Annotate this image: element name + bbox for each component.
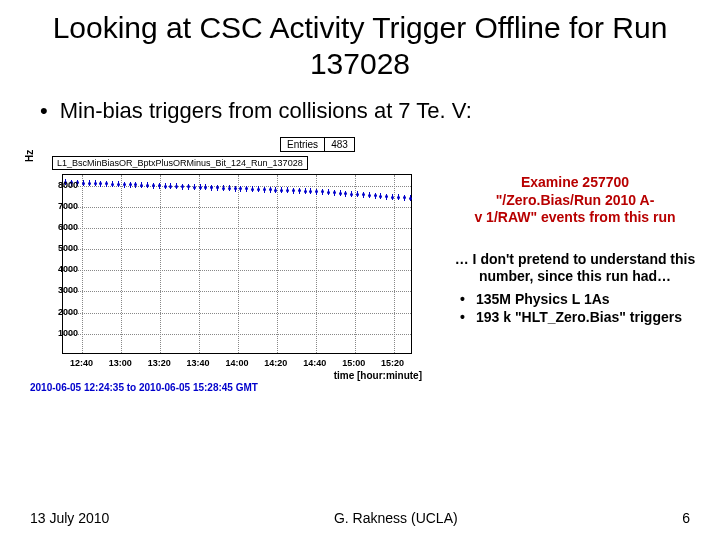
data-point	[251, 188, 254, 191]
data-point	[385, 195, 388, 198]
data-point	[309, 190, 312, 193]
y-tick-label: 8000	[58, 180, 78, 190]
y-tick-label: 6000	[58, 222, 78, 232]
footer-date: 13 July 2010	[30, 510, 109, 526]
data-point	[123, 183, 126, 186]
data-point	[169, 185, 172, 188]
data-point	[339, 192, 342, 195]
x-tick-label: 12:40	[70, 358, 93, 368]
data-point	[193, 186, 196, 189]
bullet-marker: •	[460, 290, 476, 308]
grid-line-v	[394, 175, 395, 353]
data-point	[146, 184, 149, 187]
data-point	[88, 182, 91, 185]
grid-line-h	[63, 270, 411, 271]
grid-line-v	[121, 175, 122, 353]
plot-wrap: Hz time [hour:minute] 2010-06-05 12:24:3…	[30, 170, 430, 390]
data-point	[269, 188, 272, 191]
grid-line-v	[82, 175, 83, 353]
y-tick-label: 5000	[58, 243, 78, 253]
chart-area: Entries 483 L1_BscMinBiasOR_BptxPlusORMi…	[20, 134, 440, 390]
data-point	[181, 185, 184, 188]
data-point	[175, 185, 178, 188]
data-point	[344, 192, 347, 195]
data-point	[140, 184, 143, 187]
examine-line2: "/Zero.Bias/Run 2010 A-	[450, 192, 700, 210]
x-tick-label: 15:00	[342, 358, 365, 368]
data-point	[210, 186, 213, 189]
data-point	[321, 190, 324, 193]
data-point	[403, 196, 406, 199]
stat-value: 483	[324, 138, 354, 151]
data-point	[315, 190, 318, 193]
grid-line-h	[63, 207, 411, 208]
disclaimer-text: … I don't pretend to understand this num…	[450, 251, 700, 286]
slide-title: Looking at CSC Activity Trigger Offline …	[0, 0, 720, 90]
x-tick-label: 13:20	[148, 358, 171, 368]
footer-author: G. Rakness (UCLA)	[334, 510, 458, 526]
grid-line-h	[63, 313, 411, 314]
data-point	[263, 188, 266, 191]
data-point	[374, 194, 377, 197]
grid-line-v	[199, 175, 200, 353]
footer: 13 July 2010 G. Rakness (UCLA) 6	[0, 510, 720, 526]
bullet-marker: •	[460, 308, 476, 326]
grid-line-h	[63, 228, 411, 229]
y-tick-label: 3000	[58, 285, 78, 295]
data-point	[234, 187, 237, 190]
sub-bullet-row: • 193 k "HLT_Zero.Bias" triggers	[460, 308, 700, 326]
y-tick-label: 2000	[58, 307, 78, 317]
data-point	[216, 186, 219, 189]
grid-line-h	[63, 291, 411, 292]
examine-line1: Examine 257700	[450, 174, 700, 192]
data-point	[286, 189, 289, 192]
examine-block: Examine 257700 "/Zero.Bias/Run 2010 A- v…	[450, 174, 700, 227]
data-point	[292, 189, 295, 192]
data-point	[327, 191, 330, 194]
data-point	[379, 195, 382, 198]
data-point	[397, 196, 400, 199]
x-tick-label: 13:40	[187, 358, 210, 368]
data-point	[280, 189, 283, 192]
y-tick-label: 1000	[58, 328, 78, 338]
grid-line-v	[277, 175, 278, 353]
grid-line-h	[63, 249, 411, 250]
data-point	[409, 197, 412, 200]
grid-line-h	[63, 186, 411, 187]
data-point	[152, 184, 155, 187]
data-point	[222, 187, 225, 190]
data-point	[187, 185, 190, 188]
grid-line-v	[355, 175, 356, 353]
grid-line-v	[238, 175, 239, 353]
data-point	[204, 186, 207, 189]
data-point	[257, 188, 260, 191]
data-point	[368, 194, 371, 197]
data-point	[94, 182, 97, 185]
plot-frame	[62, 174, 412, 354]
data-point	[362, 193, 365, 196]
footer-page: 6	[682, 510, 690, 526]
sub-bullet-row: • 135M Physics L 1As	[460, 290, 700, 308]
histogram-title: L1_BscMinBiasOR_BptxPlusORMinus_Bit_124_…	[52, 156, 308, 170]
data-point	[391, 196, 394, 199]
x-tick-label: 15:20	[381, 358, 404, 368]
stat-box: Entries 483	[280, 137, 355, 152]
data-point	[239, 187, 242, 190]
data-point	[117, 183, 120, 186]
data-point	[350, 193, 353, 196]
data-point	[164, 185, 167, 188]
data-point	[228, 187, 231, 190]
data-point	[111, 183, 114, 186]
stat-label: Entries	[281, 138, 324, 151]
y-axis-label: Hz	[24, 150, 35, 162]
grid-line-v	[160, 175, 161, 353]
sub-bullet-text: 193 k "HLT_Zero.Bias" triggers	[476, 308, 682, 326]
x-tick-label: 14:20	[264, 358, 287, 368]
x-tick-label: 13:00	[109, 358, 132, 368]
data-point	[333, 191, 336, 194]
right-panel: Examine 257700 "/Zero.Bias/Run 2010 A- v…	[440, 134, 700, 390]
sub-bullet-text: 135M Physics L 1As	[476, 290, 610, 308]
data-point	[298, 189, 301, 192]
bullet-marker: •	[40, 98, 48, 124]
examine-line3: v 1/RAW" events from this run	[450, 209, 700, 227]
